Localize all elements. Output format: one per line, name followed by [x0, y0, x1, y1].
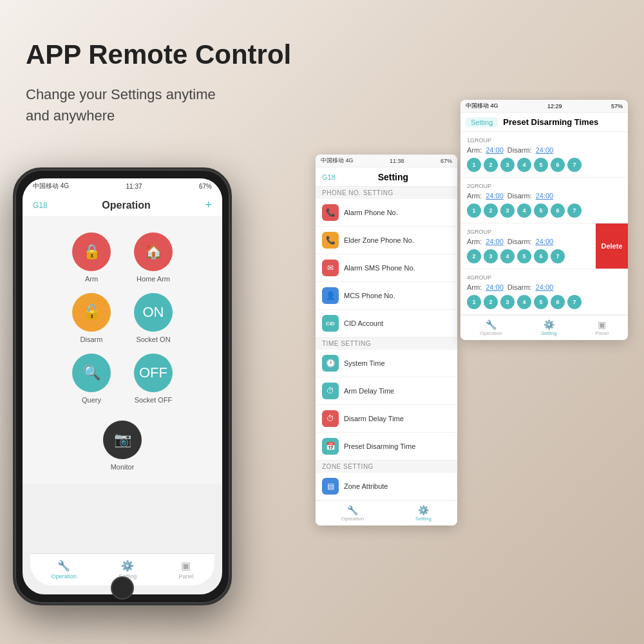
panel-tab-icon: ▣: [181, 560, 191, 572]
phone-add-icon[interactable]: +: [205, 198, 212, 212]
day-3-4[interactable]: 4: [500, 249, 515, 263]
day-2-5[interactable]: 5: [534, 204, 548, 218]
disarm-time-4[interactable]: 24:00: [536, 283, 554, 291]
sp-item-preset[interactable]: 📅 Preset Disarming Time: [316, 433, 457, 460]
arm-time-3[interactable]: 24:00: [486, 238, 504, 245]
delete-group-3-button[interactable]: Delete: [596, 223, 628, 269]
phone-time: 11:37: [126, 183, 142, 190]
left-text-section: APP Remote Control Change your Settings …: [26, 39, 291, 126]
phone-tab-operation[interactable]: 🔧 Operation: [52, 560, 77, 580]
phone-mockup: 中国移动 4G 11:37 67% G18 Operation + 🔒 Arm …: [0, 103, 309, 605]
disarm-text-1: Disarm:: [507, 146, 532, 154]
day-4-3[interactable]: 3: [500, 295, 515, 309]
group-3-days: 2 3 4 5 6 7: [467, 249, 589, 263]
sub-title: Change your Settings anytime and anywher…: [26, 84, 291, 126]
day-4-7[interactable]: 7: [567, 295, 582, 309]
app-btn-disarm[interactable]: 🔓 Disarm: [66, 293, 117, 343]
group-2-arm-row: Arm: 24:00 Disarm: 24:00: [467, 192, 621, 200]
rp-tab-panel[interactable]: ▣ Panel: [596, 319, 609, 336]
rp-back[interactable]: Setting: [466, 117, 498, 128]
sp-item-disarm-delay[interactable]: ⏱ Disarm Delay Time: [316, 405, 457, 433]
system-time-icon: 🕐: [322, 355, 339, 372]
day-4-2[interactable]: 2: [484, 295, 498, 309]
arm-text-4: Arm:: [467, 283, 482, 291]
group-1-days: 1 2 3 4 5 6 7: [467, 158, 621, 172]
group-4-days: 1 2 3 4 5 6 7: [467, 295, 621, 309]
group-1-arm-row: Arm: 24:00 Disarm: 24:00: [467, 146, 621, 154]
day-2-7[interactable]: 7: [567, 204, 582, 218]
disarm-time-2[interactable]: 24:00: [536, 192, 554, 200]
sp-section-time: TIME SETTING: [316, 337, 457, 350]
day-2-2[interactable]: 2: [484, 204, 498, 218]
arm-label: Arm: [85, 275, 98, 283]
day-1-5[interactable]: 5: [534, 158, 548, 172]
app-btn-socket-off[interactable]: OFF Socket OFF: [128, 354, 179, 404]
rp-title: Preset Disarming Times: [503, 117, 598, 127]
group-1: 1GROUP Arm: 24:00 Disarm: 24:00 1 2 3 4 …: [460, 132, 628, 178]
preset-icon: 📅: [322, 438, 339, 455]
sp-carrier: 中国移动 4G: [321, 156, 354, 165]
main-title: APP Remote Control: [26, 39, 291, 71]
phone-tab-panel[interactable]: ▣ Panel: [178, 560, 193, 580]
day-3-5[interactable]: 5: [517, 249, 531, 263]
sp-bottom-bar: 🔧 Operation ⚙️ Setting: [316, 500, 457, 526]
app-btn-home-arm[interactable]: 🏠 Home Arm: [128, 232, 179, 283]
system-time-label: System Time: [344, 359, 385, 367]
day-1-1[interactable]: 1: [467, 158, 481, 172]
sp-set-label: Setting: [415, 516, 431, 522]
setting-panel-status: 中国移动 4G 11:38 67%: [316, 155, 457, 167]
day-1-4[interactable]: 4: [517, 158, 531, 172]
rp-tab-operation[interactable]: 🔧 Operation: [480, 319, 502, 336]
sp-item-cid[interactable]: CID CID Account: [316, 310, 457, 337]
arm-delay-label: Arm Delay Time: [344, 387, 394, 395]
rp-nav: Setting Preset Disarming Times: [460, 113, 628, 132]
day-4-1[interactable]: 1: [467, 295, 481, 309]
sp-section-zone: ZONE SETTING: [316, 460, 457, 473]
sp-item-alarm-phone[interactable]: 📞 Alarm Phone No.: [316, 199, 457, 227]
sp-item-arm-delay[interactable]: ⏱ Arm Delay Time: [316, 377, 457, 405]
sp-item-alarm-sms[interactable]: ✉ Alarm SMS Phone No.: [316, 254, 457, 282]
app-btn-query[interactable]: 🔍 Query: [66, 354, 117, 404]
arm-time-2[interactable]: 24:00: [486, 192, 504, 200]
alarm-phone-icon: 📞: [322, 204, 339, 221]
sp-op-label: Operation: [341, 516, 364, 522]
rp-tab-setting[interactable]: ⚙️ Setting: [541, 319, 557, 336]
sp-title: Setting: [378, 172, 408, 182]
disarm-time-3[interactable]: 24:00: [536, 238, 554, 245]
day-4-6[interactable]: 6: [551, 295, 565, 309]
day-1-7[interactable]: 7: [567, 158, 582, 172]
day-1-6[interactable]: 6: [551, 158, 565, 172]
day-3-7[interactable]: 7: [551, 249, 565, 263]
group-4-label: 4GROUP: [467, 274, 621, 281]
query-icon: 🔍: [72, 354, 111, 392]
sp-item-elder-zone[interactable]: 📞 Elder Zone Phone No.: [316, 227, 457, 254]
disarm-icon: 🔓: [72, 293, 111, 332]
sp-tab-setting[interactable]: ⚙️ Setting: [415, 505, 431, 522]
day-1-3[interactable]: 3: [500, 158, 515, 172]
arm-delay-icon: ⏱: [322, 383, 339, 399]
day-1-2[interactable]: 2: [484, 158, 498, 172]
rp-set-icon: ⚙️: [544, 319, 554, 330]
day-4-5[interactable]: 5: [534, 295, 548, 309]
day-3-3[interactable]: 3: [484, 249, 498, 263]
sp-tab-operation[interactable]: 🔧 Operation: [341, 505, 364, 522]
day-2-6[interactable]: 6: [551, 204, 565, 218]
arm-time-4[interactable]: 24:00: [486, 283, 504, 291]
day-4-4[interactable]: 4: [517, 295, 531, 309]
app-btn-arm[interactable]: 🔒 Arm: [66, 232, 117, 283]
day-2-4[interactable]: 4: [517, 204, 531, 218]
disarm-time-1[interactable]: 24:00: [536, 146, 554, 154]
sp-item-mcs[interactable]: 👤 MCS Phone No.: [316, 282, 457, 310]
day-3-2[interactable]: 2: [467, 249, 481, 263]
day-2-3[interactable]: 3: [500, 204, 515, 218]
phone-home-button[interactable]: [111, 576, 134, 600]
arm-time-1[interactable]: 24:00: [486, 146, 504, 154]
day-2-1[interactable]: 1: [467, 204, 481, 218]
day-3-6[interactable]: 6: [534, 249, 548, 263]
app-btn-monitor[interactable]: 📷 Monitor: [97, 421, 148, 471]
app-btn-socket-on[interactable]: ON Socket ON: [128, 293, 179, 343]
sp-back[interactable]: G18: [322, 173, 336, 181]
sp-item-zone-attr[interactable]: ▤ Zone Attribute: [316, 473, 457, 500]
home-arm-icon: 🏠: [134, 232, 173, 271]
sp-item-system-time[interactable]: 🕐 System Time: [316, 350, 457, 377]
